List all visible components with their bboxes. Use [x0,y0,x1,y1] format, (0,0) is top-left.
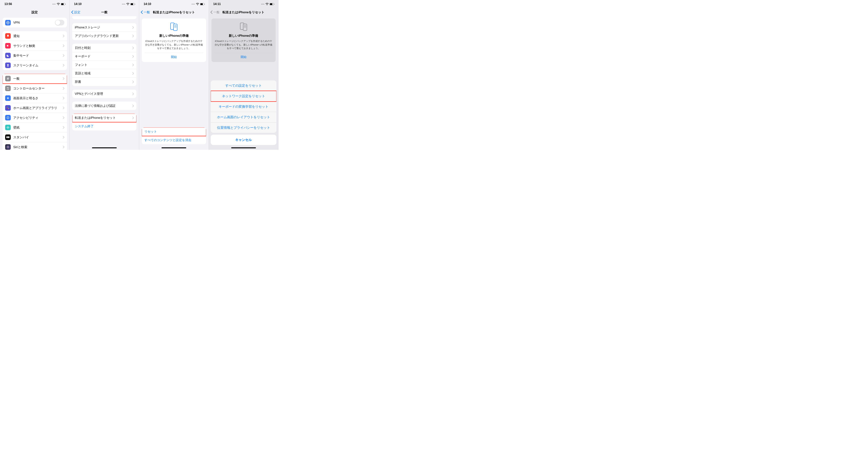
siri-icon [5,144,11,150]
flower-icon [5,125,11,130]
row-font[interactable]: フォント [72,61,136,69]
chevron-left-icon [71,10,73,14]
back-button[interactable]: 一般 [141,10,150,14]
row-vpn-device[interactable]: VPNとデバイス管理 [72,90,136,98]
svg-point-46 [175,25,176,26]
row-dictionary[interactable]: 辞書 [72,78,136,86]
group-datetime: 日付と時刻 キーボード フォント 言語と地域 辞書 [72,44,136,86]
svg-rect-1 [61,3,64,5]
status-icons: ●●●● [122,3,135,5]
settings-scroll[interactable]: VPN 通知 サウンドと触覚 集中モード スクリーンタイム [0,16,69,150]
svg-point-52 [175,27,176,28]
status-icons: ●●●● [261,3,275,5]
svg-point-63 [245,26,245,27]
row-notifications[interactable]: 通知 [3,31,67,41]
row-accessibility[interactable]: アクセシビリティ [3,113,67,123]
row-transfer-reset[interactable]: 転送またはiPhoneをリセット [72,114,136,122]
sheet-reset-network[interactable]: ネットワーク設定をリセット [211,91,277,101]
hourglass-icon [5,62,11,68]
row-display[interactable]: 画面表示と明るさ [3,93,67,103]
card-title: 新しいiPhoneの準備 [145,34,203,38]
row-screentime[interactable]: スクリーンタイム [3,60,67,70]
row-storage[interactable]: iPhoneストレージ [72,23,136,32]
row-homescreen[interactable]: ホーム画面とアプリライブラリ [3,103,67,113]
row-datetime[interactable]: 日付と時刻 [72,44,136,52]
row-focus[interactable]: 集中モード [3,51,67,60]
nav-bar: 設定 一般 [70,8,139,16]
battery-icon [270,3,275,5]
sheet-cancel[interactable]: キャンセル [211,135,277,145]
vpn-toggle[interactable] [55,20,64,25]
row-label: 通知 [13,34,63,38]
speaker-icon [5,43,11,49]
svg-rect-23 [8,108,9,109]
row-siri[interactable]: Siriと検索 [3,142,67,150]
group-general: 一般 コントロールセンター 画面表示と明るさ ホーム画面とアプリライブラリ アク [3,74,67,150]
sheet-reset-home-layout[interactable]: ホーム画面のレイアウトをリセット [211,112,277,122]
battery-icon [61,3,66,5]
nav-title: 一般 [101,10,107,14]
row-legal[interactable]: 法律に基づく情報および認証 [72,101,136,110]
sheet-reset-all-settings[interactable]: すべての設定をリセット [211,80,277,91]
prepare-card-dimmed: 新しいiPhoneの準備 iCloudストレージにバックアップを作成するための十… [212,19,276,62]
moon-icon [5,53,11,58]
row-label: iPhoneストレージ [75,25,132,30]
general-scroll[interactable]: iPhoneストレージ アプリのバックグラウンド更新 日付と時刻 キーボード フ… [70,16,139,150]
svg-line-16 [7,97,7,97]
nav-bar: 一般 転送またはiPhoneをリセット [139,8,209,16]
row-label: コントロールセンター [13,86,63,91]
wifi-icon [57,3,60,5]
action-sheet: すべての設定をリセット ネットワーク設定をリセット キーボードの変換学習をリセッ… [209,80,278,150]
back-button[interactable]: 設定 [71,10,81,14]
svg-rect-21 [8,107,9,108]
card-body: iCloudストレージにバックアップを作成するための十分な空き容量がなくても、新… [145,39,203,50]
home-indicator[interactable] [161,147,186,148]
row-label: 画面表示と明るさ [13,96,63,100]
svg-rect-31 [6,136,8,138]
nav-title: 転送またはiPhoneをリセット [153,10,195,14]
chevron-right-icon [63,54,64,57]
row-sounds[interactable]: サウンドと触覚 [3,41,67,51]
row-background-refresh[interactable]: アプリのバックグラウンド更新 [72,32,136,40]
row-label: 日付と時刻 [75,46,132,50]
row-language[interactable]: 言語と地域 [72,69,136,78]
home-indicator[interactable] [92,147,117,148]
sheet-reset-keyboard[interactable]: キーボードの変換学習をリセット [211,101,277,112]
row-standby[interactable]: スタンバイ [3,133,67,142]
battery-icon [200,3,205,5]
chevron-right-icon [63,87,64,90]
status-time: 13:56 [4,2,12,6]
row-reset[interactable]: リセット [142,127,206,136]
svg-point-30 [8,127,9,128]
svg-line-17 [9,99,9,99]
row-wallpaper[interactable]: 壁紙 [3,123,67,133]
group-notifications: 通知 サウンドと触覚 集中モード スクリーンタイム [3,31,67,70]
globe-icon [5,20,11,25]
row-label: アプリのバックグラウンド更新 [75,34,132,38]
chevron-right-icon [63,136,64,139]
svg-point-53 [176,27,177,28]
row-erase-all[interactable]: すべてのコンテンツと設定を消去 [142,136,206,144]
chevron-right-icon [132,64,134,66]
row-label: 法律に基づく情報および認証 [75,104,132,108]
sheet-reset-location-privacy[interactable]: 位置情報とプライバシーをリセット [211,122,277,133]
screen-reset-sheet: 14:11 ●●●● 一般 転送またはiPhoneをリセット 新しいiPhone… [209,0,279,150]
svg-point-27 [7,126,8,127]
card-action-start[interactable]: 開始 [145,53,203,60]
chevron-right-icon [132,55,134,58]
chevron-right-icon [132,105,134,107]
group-vpn-device: VPNとデバイス管理 [72,90,136,98]
phones-icon [238,22,249,31]
brightness-icon [5,95,11,101]
grid-icon [5,105,11,111]
home-indicator[interactable] [231,147,256,148]
row-shutdown[interactable]: システム終了 [72,122,136,130]
row-label: サウンドと触覚 [13,44,63,48]
row-keyboard[interactable]: キーボード [72,52,136,61]
row-vpn[interactable]: VPN [3,18,67,28]
row-control-center[interactable]: コントロールセンター [3,84,67,93]
svg-point-25 [8,117,8,117]
row-general[interactable]: 一般 [3,74,67,84]
screen-general: 14:10 ●●●● 設定 一般 iPhoneストレージ アプリのバックグラウン… [70,0,140,150]
cellular-icon: ●●●● [52,3,56,5]
